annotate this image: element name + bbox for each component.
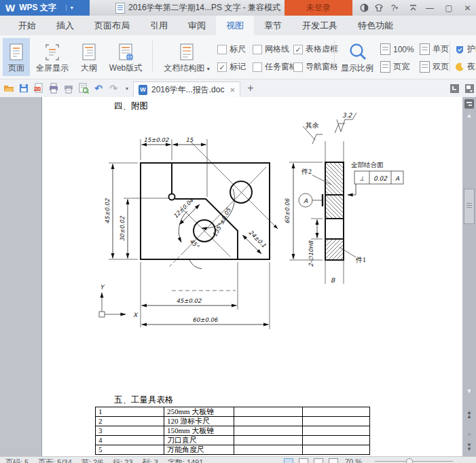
row-col4 [303,445,370,455]
dim-holes: 2-∅10H8 [308,240,314,267]
save-icon[interactable] [18,82,30,94]
window-title-text: 2016学年第二学期14...PS 文字 - 兼容模式 [128,2,280,14]
tab-special-features[interactable]: 特色功能 [348,16,403,35]
status-word-count[interactable]: 字数: 1491 [168,458,204,463]
vertical-scrollbar[interactable]: ▲ ▼ ▲▲ ○ ▼▼ [462,97,476,456]
help-icon[interactable]: ?▾ [386,0,403,16]
tool-table: 1 250mm 大板锉 2 120 游标卡尺 3 150mm 大板锉 4 刀口直… [95,407,370,455]
tab-list-icon[interactable] [448,82,460,94]
login-button[interactable]: 未登录 [285,0,352,16]
tab-section[interactable]: 章节 [254,16,292,35]
zoom-ratio-button[interactable]: 显示比例 [338,38,376,76]
view-fullscreen-button[interactable]: 全屏显示 [31,38,73,76]
document-map-button[interactable]: 文档结构图 ▾ [158,38,216,76]
joint-note-label: 全部结合面 [351,161,384,168]
close-icon[interactable]: ✕ [459,0,476,16]
zoom-slider[interactable] [375,461,453,462]
row-name: 刀口直尺 [164,436,234,445]
view-outline-button[interactable]: 大纲 [75,38,103,76]
open-folder-icon[interactable] [3,82,15,94]
row-col4 [303,417,370,426]
view-mode-page-icon[interactable] [284,458,293,463]
document-tab[interactable]: W 2016学年...报告.doc × [133,81,240,97]
print-icon[interactable] [48,82,60,94]
theme-icon[interactable] [356,0,372,16]
previous-page-icon[interactable]: ▲▲ [464,411,475,419]
dim-30-vertical: 30±0.02 [119,216,126,241]
maximize-icon[interactable]: ▢ [440,0,458,16]
view-mode-outline-icon[interactable] [314,458,323,463]
zoom-slider-knob[interactable] [406,458,413,463]
checkbox-nav-pane[interactable]: 导航窗格 [293,61,338,73]
view-mode-web-icon[interactable] [329,458,338,463]
dim-45-bottom: 45±0.02 [177,297,202,304]
view-web-layout-button[interactable]: Web版式 [105,38,147,76]
new-tab-icon[interactable]: + [244,82,257,94]
redo-icon[interactable]: ↷ [107,82,120,94]
app-menu-button[interactable]: W WPS 文字 ▾ [0,0,90,16]
axis-x-label: X [133,312,139,318]
close-tab-icon[interactable]: × [230,85,235,95]
axis-y-label: Y [100,284,105,291]
tab-review[interactable]: 审阅 [178,16,216,35]
datum-circle-label: A [304,198,308,204]
skin-icon[interactable] [371,0,387,16]
tab-developer[interactable]: 开发工具 [292,16,348,35]
checkbox-ruler[interactable]: 标尺 [217,43,246,55]
checkbox-task-pane[interactable]: 任务窗格 [253,61,297,73]
tab-home[interactable]: 开始 [8,16,46,35]
checkbox-gridlines[interactable]: 网格线 [253,43,289,55]
checkbox-table-gridlines[interactable]: ✓表格虚框 [293,43,338,55]
fullscreen-icon [43,42,62,62]
row-name: 万能角度尺 [164,445,234,455]
zoom-percentage[interactable]: 70 % [345,458,362,463]
status-page-number: 页码: 5 [5,458,29,463]
checkbox-ruler-label: 标尺 [230,43,246,55]
tab-view[interactable]: 视图 [216,16,254,35]
eye-protection-button[interactable]: 护眼 [455,43,476,55]
view-mode-fullscreen-icon[interactable] [299,458,308,463]
row-no: 3 [96,426,164,436]
document-map-icon [177,42,196,62]
export-pdf-icon[interactable]: PDF [33,82,45,94]
table-row: 2 120 游标卡尺 [96,417,370,426]
collapse-ribbon-icon[interactable] [405,0,421,16]
toolbar-more-icon[interactable]: ▾ [121,82,133,94]
ribbon: 页面 全屏显示 大纲 Web版式 文档结构图 ▾ 标尺 网格线 ✓表格虚框 ✓标… [0,35,476,79]
status-bar: 页码: 5 页面: 5/34 节: 2/6 行: 23 列: 3 字数: 149… [0,456,476,463]
chevron-down-icon[interactable]: ▾ [66,5,73,11]
dim-24: 24±0.1 [247,229,267,248]
print-preview-icon[interactable] [62,82,75,94]
night-mode-button[interactable]: 夜间 [455,61,476,73]
table-row: 5 万能角度尺 [96,445,370,455]
one-page-label: 单页 [433,43,449,55]
tab-insert[interactable]: 插入 [46,16,84,35]
select-browse-object-icon[interactable]: ○ [464,431,475,437]
one-page-button[interactable]: 单页 [420,43,449,55]
scroll-up-icon[interactable]: ▲ [464,112,475,119]
tab-references[interactable]: 引用 [140,16,178,35]
two-pages-button[interactable]: 双页 [420,61,449,73]
next-page-icon[interactable]: ▼▼ [464,443,475,451]
doc-preview-icon[interactable] [77,82,90,94]
view-fullscreen-label: 全屏显示 [36,62,69,74]
undo-icon[interactable]: ↶ [92,82,105,94]
zoom-ratio-label: 显示比例 [341,62,373,74]
arrange-windows-icon[interactable] [463,82,475,94]
page-width-button[interactable]: 页宽 [380,61,409,73]
minimize-icon[interactable]: — [421,0,439,16]
page-icon [420,61,430,73]
checkbox-icon [253,62,262,72]
status-column: 列: 3 [143,458,158,463]
tab-page-layout[interactable]: 页面布局 [84,16,140,35]
view-page-button[interactable]: 页面 [3,38,30,76]
checkbox-markup[interactable]: ✓标记 [217,61,246,73]
document-page[interactable]: 四、附图 [42,97,462,456]
scroll-down-icon[interactable]: ▼ [464,388,475,394]
scrollbar-thumb[interactable] [464,189,475,224]
reading-toolbar-icon[interactable] [464,99,474,109]
row-col4 [303,426,370,436]
checkbox-icon [217,45,227,54]
zoom-100-button[interactable]: 100% [380,43,414,55]
checkbox-checked-icon: ✓ [217,62,227,72]
